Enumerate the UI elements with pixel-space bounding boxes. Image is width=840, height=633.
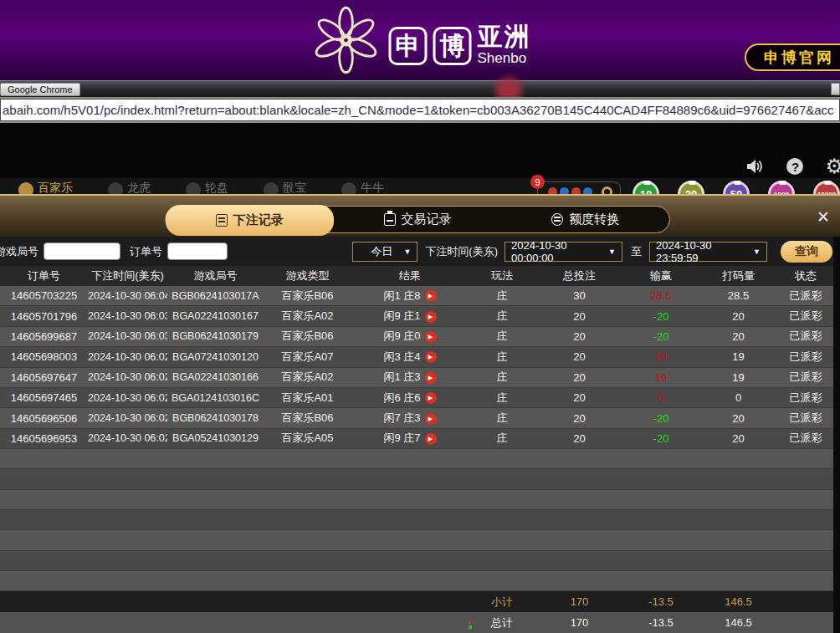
cell-round: BGA02241030167 xyxy=(167,310,264,322)
column-header: 输赢 xyxy=(623,268,699,283)
cell-result: 闲9 庄0▶ xyxy=(351,329,469,344)
tab-bet-records[interactable]: 下注记录 xyxy=(166,205,334,236)
cell-status: 已派彩 xyxy=(778,350,833,365)
sound-icon[interactable] xyxy=(746,157,765,176)
date-to-value: 2024-10-30 23:59:59 xyxy=(656,239,748,264)
cell-order: 14605703225 xyxy=(0,289,88,302)
tab-label: 交易记录 xyxy=(402,212,452,227)
cell-volume: 0 xyxy=(699,391,778,404)
cell-game: 百家乐A05 xyxy=(264,431,351,446)
game-nav-item[interactable]: 骰宝 xyxy=(264,179,306,194)
filter-bar: 游戏局号 订单号 今日 ▼ 下注时间(美东) 2024-10-30 00:00:… xyxy=(0,237,840,266)
cell-status: 已派彩 xyxy=(778,309,833,324)
cell-round: BGA05241030129 xyxy=(167,432,264,444)
chip-10[interactable]: 10 xyxy=(633,181,659,194)
chip-10000[interactable]: 10000 xyxy=(813,181,840,194)
logo-char-shen: 申 xyxy=(389,27,428,65)
cell-winloss: -20 xyxy=(623,310,699,323)
cell-round: BGA02241030166 xyxy=(167,371,264,383)
tab-transaction-records[interactable]: 交易记录 xyxy=(334,207,502,232)
official-site-button[interactable]: 申博官网 xyxy=(745,43,840,71)
cell-game: 百家乐B06 xyxy=(264,329,351,344)
url-text: abaih.com/h5V01/pc/index.html?return=abo… xyxy=(1,103,834,117)
cell-bet: 20 xyxy=(535,412,623,425)
site-logo: 申 博 亚洲 Shenbo xyxy=(310,2,531,79)
order-no-label: 订单号 xyxy=(130,244,162,259)
cell-game: 百家乐A01 xyxy=(264,391,351,406)
game-page-background: ? ⚙ 百家乐龙虎轮盘骰宝牛牛 9 102050100010000› xyxy=(0,123,840,194)
cell-status: 已派彩 xyxy=(778,329,833,344)
game-nav-items: 百家乐龙虎轮盘骰宝牛牛 xyxy=(18,179,384,194)
table-row: 146056965062024-10-30 06:02BGB0624103017… xyxy=(0,408,833,428)
close-icon[interactable]: ✕ xyxy=(817,209,830,225)
empty-row xyxy=(0,469,833,489)
replay-icon[interactable]: ▶ xyxy=(425,392,437,404)
result-text: 闲9 庄1 xyxy=(383,309,420,322)
quick-range-value: 今日 xyxy=(371,244,392,259)
roadmap-preview[interactable]: 9 xyxy=(537,181,621,194)
cell-order: 14605697647 xyxy=(0,371,88,384)
order-no-input[interactable] xyxy=(167,242,228,260)
replay-icon[interactable]: ▶ xyxy=(425,351,437,363)
settings-gear-icon[interactable]: ⚙ xyxy=(825,155,840,178)
game-nav-item[interactable]: 牛牛 xyxy=(341,179,384,194)
date-from-select[interactable]: 2024-10-30 00:00:00 ▼ xyxy=(505,242,622,262)
cell-game: 百家乐B06 xyxy=(264,288,351,304)
table-row: 146057032252024-10-30 06:04BGB0624103017… xyxy=(0,286,833,306)
empty-row xyxy=(0,510,833,530)
cell-game: 百家乐A02 xyxy=(264,309,351,324)
cell-round: BGA0124103016C xyxy=(167,392,264,404)
help-icon[interactable]: ? xyxy=(786,158,803,175)
result-text: 闲9 庄0 xyxy=(383,329,420,342)
cell-winloss: 0 xyxy=(623,391,699,404)
empty-row xyxy=(0,551,833,571)
replay-icon[interactable]: ▶ xyxy=(425,331,437,343)
game-nav-label: 龙虎 xyxy=(127,181,151,194)
date-to-select[interactable]: 2024-10-30 23:59:59 ▼ xyxy=(649,242,767,262)
cell-result: 闲9 庄7▶ xyxy=(351,431,469,446)
game-nav-label: 轮盘 xyxy=(205,181,228,194)
game-nav-item[interactable]: 轮盘 xyxy=(186,179,228,194)
replay-icon[interactable]: ▶ xyxy=(425,433,437,445)
roadmap-dot xyxy=(560,187,569,195)
cell-time: 2024-10-30 06:03 xyxy=(88,330,167,342)
cell-result: 闲7 庄3▶ xyxy=(351,411,469,426)
cell-play: 庄 xyxy=(469,309,535,324)
cell-game: 百家乐A02 xyxy=(264,370,351,385)
page: 申 博 亚洲 Shenbo 申博官网 Google Chrome abaih.c… xyxy=(0,0,840,633)
game-nav-item[interactable]: 百家乐 xyxy=(18,179,73,194)
column-header: 总投注 xyxy=(535,268,623,283)
search-button[interactable]: 查询 xyxy=(781,241,832,263)
replay-icon[interactable]: ▶ xyxy=(425,372,437,384)
replay-icon[interactable]: ▶ xyxy=(425,413,437,425)
cell-result: 闲6 庄6▶ xyxy=(351,391,469,406)
cell-game: 百家乐B06 xyxy=(264,411,351,426)
chip-20[interactable]: 20 xyxy=(678,181,704,194)
cell-bet: 20 xyxy=(535,350,623,363)
replay-icon[interactable]: ▶ xyxy=(425,290,437,302)
cell-volume: 20 xyxy=(699,310,778,323)
address-bar[interactable]: abaih.com/h5V01/pc/index.html?return=abo… xyxy=(0,99,840,121)
column-header: 结果 xyxy=(351,268,469,283)
cell-order: 14605698003 xyxy=(0,350,88,363)
chip-1000[interactable]: 1000 xyxy=(768,181,795,194)
subtotal-row: 小计 170 -13.5 146.5 xyxy=(0,591,833,612)
tab-quota-transfer[interactable]: 额度转换 xyxy=(501,207,669,232)
total-volume: 146.5 xyxy=(699,616,778,629)
chevron-down-icon: ▼ xyxy=(403,248,411,256)
quick-range-select[interactable]: 今日 ▼ xyxy=(352,242,417,262)
total-label-text: 总计 xyxy=(491,616,513,629)
cell-round: BGA07241030120 xyxy=(167,351,264,363)
game-round-label: 游戏局号 xyxy=(0,244,38,259)
chip-50[interactable]: 50 xyxy=(723,181,750,194)
refresh-icon[interactable] xyxy=(469,619,474,630)
game-round-input[interactable] xyxy=(44,242,120,260)
window-control-button[interactable] xyxy=(831,83,840,95)
replay-icon[interactable]: ▶ xyxy=(425,311,437,323)
date-from-value: 2024-10-30 00:00:00 xyxy=(511,239,603,264)
game-nav-item[interactable]: 龙虎 xyxy=(108,179,151,194)
cell-winloss: -20 xyxy=(623,330,699,343)
cell-play: 庄 xyxy=(469,288,535,304)
cell-volume: 19 xyxy=(699,371,778,384)
flower-logo-icon xyxy=(310,2,383,79)
